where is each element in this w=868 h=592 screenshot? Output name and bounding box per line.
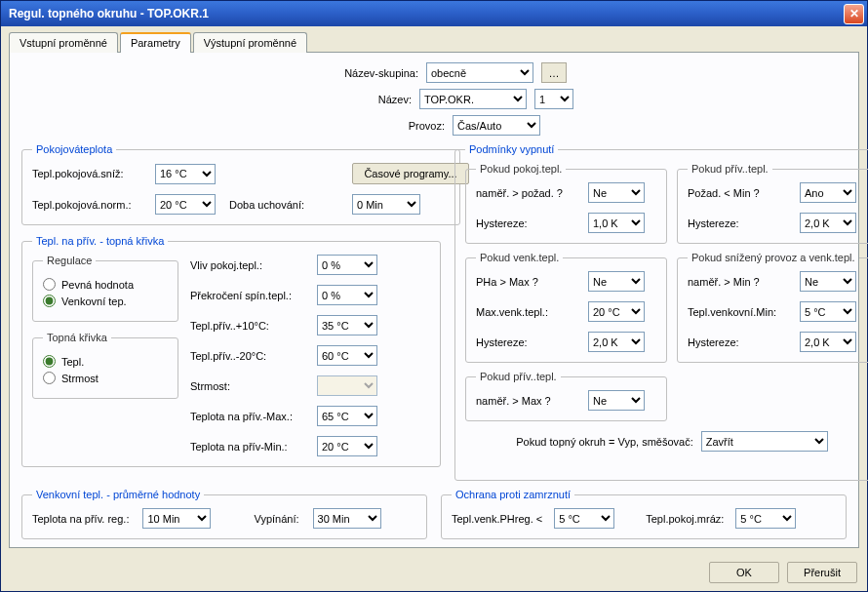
label-mixer: Pokud topný okruh = Vyp, směšovač:	[516, 436, 693, 448]
group-regulation: Regulace Pevná hodnota Venkovní tep.	[32, 255, 178, 322]
group-outdoor-avg: Venkovní tepl. - průměrné hodnoty Teplot…	[21, 489, 427, 539]
label-mode: Provoz:	[328, 120, 445, 132]
radio-fixed-value[interactable]: Pevná hodnota	[43, 278, 168, 291]
label-reduced-hysteresis: Hystereze:	[688, 336, 800, 348]
select-reduced-meas-gt-min[interactable]: Ne	[800, 271, 856, 292]
label-slope: Strmost:	[190, 380, 317, 392]
select-flow-reg-time[interactable]: 10 Min	[142, 508, 211, 529]
label-switch-exceed: Překročení spín.tepl.:	[190, 290, 317, 301]
select-reduced-min[interactable]: 5 °C	[800, 301, 856, 322]
group-room-temp: Pokojováteplota Tepl.pokojová.sníž: 16 °…	[21, 143, 460, 225]
window-title: Regul. topného okruhu - TOP.OKR.1	[9, 7, 844, 20]
label-flow-reg-time: Teplota na přív. reg.:	[32, 513, 129, 525]
select-room-influence[interactable]: 0 %	[317, 255, 377, 275]
group-shutdown: Podmínky vypnutí Pokud pokoj.tepl. naměř…	[454, 143, 868, 481]
group-if-flow-temp-1: Pokud přív..tepl. Požad. < Min ? Ano Hys…	[677, 163, 868, 244]
label-room-meas-gt-req: naměř. > požad. ?	[476, 187, 588, 199]
select-outdoor-hysteresis[interactable]: 2,0 K	[588, 332, 645, 352]
header-form: Název-skupina: obecně … Název: TOP.OKR. …	[21, 62, 847, 136]
legend-regulation: Regulace	[43, 255, 96, 266]
label-off-time: Vypínání:	[254, 513, 298, 525]
legend-heating-curve: Tepl. na přív. - topná křivka	[32, 235, 168, 247]
legend-shutdown: Podmínky vypnutí	[465, 143, 558, 155]
tab-inputs[interactable]: Vstupní proměnné	[9, 32, 118, 53]
select-flow-minus20[interactable]: 60 °C	[317, 345, 377, 366]
dialog-window: Regul. topného okruhu - TOP.OKR.1 ✕ Vstu…	[0, 0, 868, 592]
label-frost-room: Tepl.pokoj.mráz:	[646, 513, 724, 525]
group-curve-kind: Topná křivka Tepl. Strmost	[32, 332, 178, 399]
ok-button[interactable]: OK	[709, 562, 779, 583]
select-switch-exceed[interactable]: 0 %	[317, 285, 377, 305]
label-flow-max: Teplota na přív.-Max.:	[190, 411, 317, 422]
select-mode[interactable]: Čas/Auto	[453, 115, 540, 136]
label-flow-min: Teplota na přív-Min.:	[190, 441, 317, 453]
select-slope	[317, 375, 377, 396]
tabstrip: Vstupní proměnné Parametry Výstupní prom…	[9, 32, 859, 53]
group-if-room-temp: Pokud pokoj.tepl. naměř. > požad. ? Ne H…	[465, 163, 667, 244]
select-frost-outdoor[interactable]: 5 °C	[554, 508, 614, 529]
legend-if-reduced: Pokud snížený provoz a venk.tepl.	[688, 252, 859, 263]
select-name-index[interactable]: 1	[534, 89, 573, 109]
legend-if-outdoor-temp: Pokud venk.tepl.	[476, 252, 563, 263]
client-area: Vstupní proměnné Parametry Výstupní prom…	[1, 26, 867, 556]
select-max-outdoor[interactable]: 20 °C	[588, 301, 645, 322]
label-outdoor-hysteresis: Hystereze:	[476, 336, 588, 348]
button-time-programs[interactable]: Časové programy...	[352, 163, 469, 184]
group-if-reduced: Pokud snížený provoz a venk.tepl. naměř.…	[677, 252, 868, 363]
select-frost-room[interactable]: 5 °C	[735, 508, 796, 529]
label-room-norm: Tepl.pokojová.norm.:	[32, 199, 149, 211]
select-flow-max[interactable]: 65 °C	[317, 406, 377, 426]
label-flow-req-lt-min: Požad. < Min ?	[688, 187, 800, 199]
label-retention: Doba uchování:	[229, 199, 346, 211]
label-frost-outdoor: Tepl.venk.PHreg. <	[452, 513, 542, 525]
select-pha-gt-max[interactable]: Ne	[588, 271, 645, 292]
select-off-time[interactable]: 30 Min	[313, 508, 381, 529]
select-flow-req-lt-min[interactable]: Ano	[800, 182, 856, 203]
legend-if-flow-temp-1: Pokud přív..tepl.	[688, 163, 772, 175]
label-room-influence: Vliv pokoj.tepl.:	[190, 259, 317, 271]
group-if-outdoor-temp: Pokud venk.tepl. PHa > Max ? Ne Max.venk…	[465, 252, 667, 363]
tab-page-parameters: Název-skupina: obecně … Název: TOP.OKR. …	[9, 52, 859, 548]
select-flow-hysteresis-1[interactable]: 2,0 K	[800, 213, 856, 233]
select-name[interactable]: TOP.OKR.	[419, 89, 527, 109]
ellipsis-button[interactable]: …	[541, 62, 567, 83]
label-flow-meas-gt-max: naměř. > Max ?	[476, 395, 588, 407]
cancel-button[interactable]: Přerušit	[787, 562, 857, 583]
label-reduced-meas-gt-min: naměř. > Min ?	[688, 276, 800, 288]
select-flow-min[interactable]: 20 °C	[317, 436, 377, 456]
legend-frost: Ochrana proti zamrznutí	[452, 489, 574, 500]
label-max-outdoor: Max.venk.tepl.:	[476, 306, 588, 318]
select-mixer[interactable]: Zavřít	[701, 431, 828, 452]
select-retention[interactable]: 0 Min	[352, 194, 420, 215]
group-frost: Ochrana proti zamrznutí Tepl.venk.PHreg.…	[441, 489, 847, 539]
label-name: Název:	[295, 94, 412, 105]
dialog-footer: OK Přerušit	[1, 556, 867, 591]
legend-curve-kind: Topná křivka	[43, 332, 111, 343]
select-flow-plus10[interactable]: 35 °C	[317, 315, 377, 335]
legend-if-flow-temp-2: Pokud přív..tepl.	[476, 371, 561, 382]
legend-if-room-temp: Pokud pokoj.tepl.	[476, 163, 566, 175]
select-room-low[interactable]: 16 °C	[155, 164, 216, 184]
legend-outdoor-avg: Venkovní tepl. - průměrné hodnoty	[32, 489, 204, 500]
select-group[interactable]: obecně	[426, 62, 533, 83]
label-room-hysteresis: Hystereze:	[476, 217, 588, 229]
legend-room-temp: Pokojováteplota	[32, 143, 116, 155]
radio-curve-temp[interactable]: Tepl.	[43, 355, 168, 368]
label-flow-minus20: Tepl.přív..-20°C:	[190, 350, 317, 362]
select-room-norm[interactable]: 20 °C	[155, 194, 216, 215]
label-flow-plus10: Tepl.přív..+10°C:	[190, 320, 317, 332]
label-room-low: Tepl.pokojová.sníž:	[32, 168, 149, 179]
group-if-flow-temp-2: Pokud přív..tepl. naměř. > Max ? Ne	[465, 371, 667, 421]
select-flow-meas-gt-max[interactable]: Ne	[588, 390, 645, 411]
tab-parameters[interactable]: Parametry	[120, 32, 191, 53]
label-flow-hysteresis-1: Hystereze:	[688, 217, 800, 229]
group-heating-curve: Tepl. na přív. - topná křivka Regulace P…	[21, 235, 441, 467]
label-pha-gt-max: PHa > Max ?	[476, 276, 588, 288]
select-room-hysteresis[interactable]: 1,0 K	[588, 213, 645, 233]
tab-outputs[interactable]: Výstupní proměnné	[193, 32, 307, 53]
radio-curve-slope[interactable]: Strmost	[43, 372, 168, 384]
select-reduced-hysteresis[interactable]: 2,0 K	[800, 332, 856, 352]
close-icon[interactable]: ✕	[844, 4, 864, 24]
select-room-meas-gt-req[interactable]: Ne	[588, 182, 645, 203]
radio-outdoor-temp[interactable]: Venkovní tep.	[43, 295, 168, 307]
